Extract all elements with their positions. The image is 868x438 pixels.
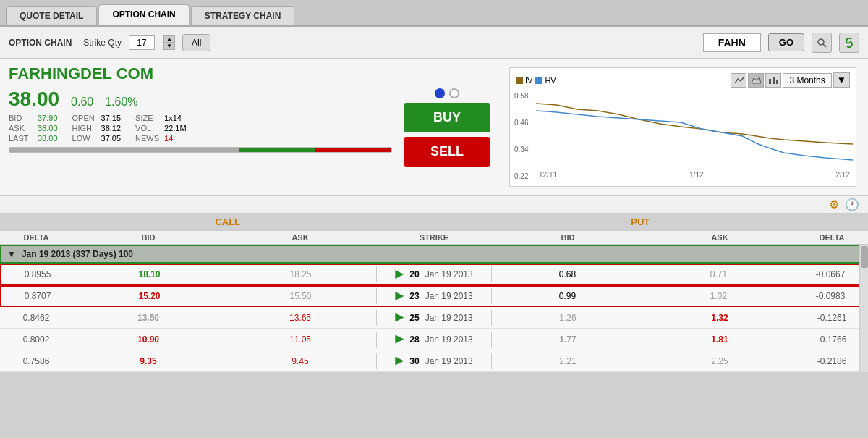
call-bid-0[interactable]: 18.10 (74, 266, 225, 282)
y-label-1: 0.46 (514, 119, 535, 127)
buysell-area: BUY SELL (392, 64, 502, 190)
chart-svg (536, 89, 853, 169)
put-ask-3[interactable]: 1.81 (644, 332, 796, 348)
all-button[interactable]: All (182, 34, 210, 51)
bid-value: 37.90 (38, 114, 58, 122)
call-bid-4[interactable]: 9.35 (72, 353, 224, 369)
strike-arrow-2[interactable] (395, 313, 404, 322)
price-pct: 1.60% (105, 96, 137, 109)
put-ask-2[interactable]: 1.32 (644, 310, 796, 326)
quote-col-1: BID 37.90 ASK 38.00 LAST 38.00 (9, 114, 58, 143)
strike-num-0: 20 (409, 269, 419, 279)
quote-details: BID 37.90 ASK 38.00 LAST 38.00 OPEN 37.1… (9, 114, 392, 143)
chart-area-icon[interactable] (748, 73, 764, 88)
strike-qty-spinner: ▲ ▼ (163, 35, 175, 50)
option-row-1[interactable]: 0.8707 15.20 15.50 23 Jan 19 2013 0.99 1… (0, 285, 868, 307)
call-bid-3[interactable]: 10.90 (72, 332, 224, 348)
hv-label: HV (545, 76, 556, 85)
col-header-ask-put: ASK (644, 233, 796, 242)
call-ask-0[interactable]: 18.25 (225, 266, 376, 282)
option-row-2[interactable]: 0.8462 13.50 13.65 25 Jan 19 2013 1.26 1… (0, 307, 868, 329)
expiry-collapse-icon[interactable]: ▼ (7, 249, 16, 259)
news-row: NEWS 14 (135, 134, 187, 143)
tab-quote-detail[interactable]: QUOTE DETAIL (6, 6, 97, 25)
chart-line-icon[interactable] (731, 73, 746, 88)
go-button[interactable]: GO (768, 33, 804, 51)
open-row: OPEN 37.15 (72, 114, 122, 122)
tab-option-chain[interactable]: OPTION CHAIN (98, 4, 189, 25)
call-bid-1[interactable]: 15.20 (74, 288, 225, 304)
put-delta-3: -0.1766 (796, 332, 868, 348)
col-header-delta-call: DELTA (0, 233, 72, 242)
sell-button[interactable]: SELL (404, 137, 490, 167)
call-ask-2[interactable]: 13.65 (224, 310, 376, 326)
strike-1[interactable]: 23 Jan 19 2013 (376, 288, 492, 304)
spin-up-btn[interactable]: ▲ (163, 35, 175, 43)
put-bid-0[interactable]: 0.68 (492, 266, 643, 282)
spin-down-btn[interactable]: ▼ (163, 43, 175, 50)
low-label: LOW (72, 134, 97, 143)
strike-arrow-3[interactable] (395, 335, 404, 344)
buy-button[interactable]: BUY (404, 103, 490, 132)
chart-bar-icon[interactable] (765, 73, 781, 88)
put-bid-3[interactable]: 1.77 (492, 332, 644, 348)
x-axis: 12/11 1/12 2/12 (536, 171, 853, 179)
ticker-input[interactable] (703, 33, 761, 52)
strike-arrow-0[interactable] (395, 270, 404, 279)
call-ask-1[interactable]: 15.50 (225, 288, 376, 304)
scrollbar-track[interactable] (859, 245, 868, 372)
option-row-3[interactable]: 0.8002 10.90 11.05 28 Jan 19 2013 1.77 1… (0, 329, 868, 350)
put-bid-2[interactable]: 1.26 (492, 310, 644, 326)
iv-label: IV (525, 76, 532, 85)
progress-bar (9, 147, 392, 153)
clock-icon[interactable]: 🕐 (845, 198, 859, 211)
oc-header: OPTION CHAIN Strike Qty ▲ ▼ All GO (0, 27, 868, 59)
progress-container (9, 147, 392, 153)
strike-num-1: 23 (409, 291, 419, 301)
quote-col-3: SIZE 1x14 VOL 22.1M NEWS 14 (135, 114, 187, 143)
put-bid-4[interactable]: 2.21 (492, 353, 644, 369)
strike-3[interactable]: 28 Jan 19 2013 (376, 332, 492, 348)
strike-arrow-4[interactable] (395, 357, 404, 366)
search-icon[interactable] (812, 33, 832, 53)
option-row-4[interactable]: 0.7586 9.35 9.45 30 Jan 19 2013 2.21 2.2… (0, 350, 868, 372)
put-ask-0[interactable]: 0.71 (643, 266, 794, 282)
expiry-label-0: Jan 19 2013 (337 Days) 100 (22, 249, 133, 259)
strike-2[interactable]: 25 Jan 19 2013 (376, 310, 492, 326)
dot-empty (449, 88, 459, 98)
call-ask-4[interactable]: 9.45 (224, 353, 376, 369)
expiry-row-0[interactable]: ▼ Jan 19 2013 (337 Days) 100 (0, 245, 868, 264)
last-value: 38.00 (38, 134, 58, 143)
timeframe-dropdown[interactable]: ▼ (833, 72, 850, 88)
option-row-0[interactable]: 0.8955 18.10 18.25 20 Jan 19 2013 0.68 0… (0, 264, 868, 285)
link-icon[interactable] (839, 33, 859, 53)
size-row: SIZE 1x14 (135, 114, 187, 122)
low-value: 37.05 (101, 134, 122, 143)
strike-4[interactable]: 30 Jan 19 2013 (376, 353, 492, 369)
chart-toolbar: 3 Months ▼ (731, 72, 850, 88)
quote-col-2: OPEN 37.15 HIGH 38.12 LOW 37.05 (72, 114, 122, 143)
chain-section-headers: CALL PUT (0, 214, 868, 231)
timeframe-button[interactable]: 3 Months (783, 73, 831, 88)
strike-0[interactable]: 20 Jan 19 2013 (376, 266, 492, 282)
bid-label: BID (9, 114, 33, 122)
strike-num-3: 28 (409, 334, 419, 345)
put-ask-4[interactable]: 2.25 (644, 353, 796, 369)
ask-value: 38.00 (38, 124, 58, 132)
x-label-2: 2/12 (836, 171, 850, 179)
strike-qty-input[interactable] (129, 35, 155, 50)
settings-icon[interactable]: ⚙ (829, 198, 839, 211)
call-delta-1: 0.8707 (1, 288, 74, 304)
scrollbar-thumb[interactable] (861, 246, 868, 268)
strike-arrow-1[interactable] (395, 292, 404, 300)
call-delta-4: 0.7586 (0, 353, 72, 369)
tab-strategy-chain[interactable]: STRATEGY CHAIN (191, 6, 295, 25)
put-ask-1[interactable]: 1.02 (643, 288, 794, 304)
put-bid-1[interactable]: 0.99 (492, 288, 643, 304)
y-label-2: 0.34 (514, 146, 535, 153)
high-label: HIGH (72, 124, 97, 132)
call-ask-3[interactable]: 11.05 (224, 332, 376, 348)
call-bid-2[interactable]: 13.50 (72, 310, 224, 326)
ask-row: ASK 38.00 (9, 124, 58, 132)
svg-rect-3 (769, 79, 771, 84)
